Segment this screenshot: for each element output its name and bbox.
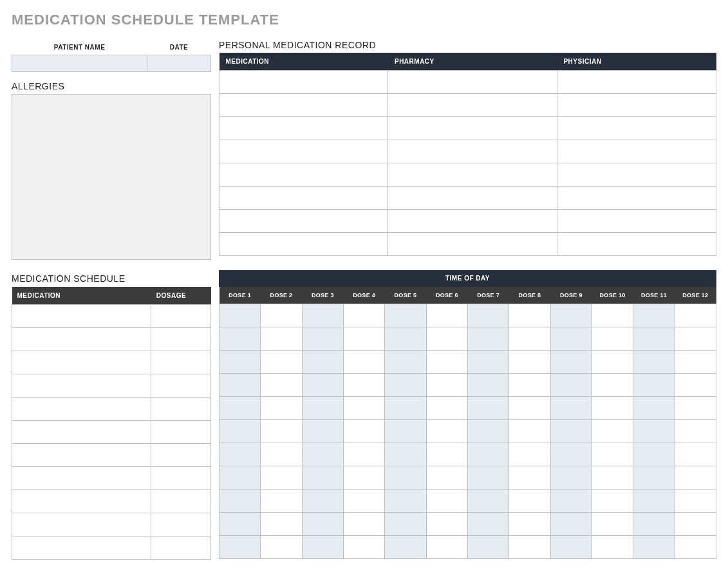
dose-cell[interactable] [343,374,384,397]
dose-cell[interactable] [343,420,384,443]
pmr-cell-physician[interactable] [557,94,716,117]
dose-cell[interactable] [261,420,302,443]
dose-cell[interactable] [385,351,426,374]
dose-cell[interactable] [343,466,384,490]
dose-cell[interactable] [550,443,592,466]
pmr-cell-physician[interactable] [557,187,716,210]
dose-cell[interactable] [509,327,550,351]
dose-cell[interactable] [426,374,467,397]
schedule-cell-dosage[interactable] [151,398,211,421]
schedule-cell-medication[interactable] [12,398,151,421]
pmr-cell-pharmacy[interactable] [388,140,557,163]
patient-name-input[interactable] [12,55,147,72]
dose-cell[interactable] [633,397,675,420]
dose-cell[interactable] [467,513,509,536]
pmr-cell-physician[interactable] [557,233,716,256]
dose-cell[interactable] [592,327,633,351]
pmr-cell-medication[interactable] [219,163,388,187]
schedule-cell-dosage[interactable] [151,467,211,490]
dose-cell[interactable] [467,397,509,420]
schedule-cell-medication[interactable] [12,374,151,398]
schedule-cell-medication[interactable] [12,351,151,374]
schedule-cell-medication[interactable] [12,490,151,513]
dose-cell[interactable] [302,420,343,443]
dose-cell[interactable] [675,327,716,351]
dose-cell[interactable] [592,443,633,466]
allergies-input[interactable] [12,94,211,260]
dose-cell[interactable] [467,443,509,466]
dose-cell[interactable] [509,490,550,513]
dose-cell[interactable] [509,536,550,559]
pmr-cell-medication[interactable] [219,187,388,210]
dose-cell[interactable] [467,490,509,513]
dose-cell[interactable] [509,443,550,466]
dose-cell[interactable] [302,397,343,420]
schedule-cell-medication[interactable] [12,444,151,467]
dose-cell[interactable] [219,397,261,420]
dose-cell[interactable] [426,513,467,536]
dose-cell[interactable] [509,351,550,374]
dose-cell[interactable] [219,327,261,351]
dose-cell[interactable] [675,536,716,559]
dose-cell[interactable] [675,351,716,374]
dose-cell[interactable] [261,351,302,374]
dose-cell[interactable] [592,420,633,443]
pmr-cell-medication[interactable] [219,140,388,163]
dose-cell[interactable] [550,397,592,420]
date-input[interactable] [147,55,211,72]
schedule-cell-dosage[interactable] [151,305,211,328]
dose-cell[interactable] [633,374,675,397]
dose-cell[interactable] [261,304,302,327]
pmr-cell-physician[interactable] [557,210,716,233]
dose-cell[interactable] [592,490,633,513]
dose-cell[interactable] [509,304,550,327]
dose-cell[interactable] [426,420,467,443]
dose-cell[interactable] [261,536,302,559]
dose-cell[interactable] [509,374,550,397]
dose-cell[interactable] [592,304,633,327]
schedule-cell-dosage[interactable] [151,328,211,351]
dose-cell[interactable] [509,420,550,443]
dose-cell[interactable] [385,466,426,490]
pmr-cell-pharmacy[interactable] [388,94,557,117]
dose-cell[interactable] [302,351,343,374]
dose-cell[interactable] [675,420,716,443]
pmr-cell-pharmacy[interactable] [388,71,557,94]
dose-cell[interactable] [426,397,467,420]
dose-cell[interactable] [633,420,675,443]
dose-cell[interactable] [550,327,592,351]
schedule-cell-dosage[interactable] [151,374,211,398]
pmr-cell-medication[interactable] [219,117,388,140]
schedule-cell-medication[interactable] [12,328,151,351]
dose-cell[interactable] [592,351,633,374]
dose-cell[interactable] [426,443,467,466]
dose-cell[interactable] [261,397,302,420]
dose-cell[interactable] [467,466,509,490]
dose-cell[interactable] [261,327,302,351]
pmr-cell-pharmacy[interactable] [388,233,557,256]
pmr-cell-physician[interactable] [557,117,716,140]
dose-cell[interactable] [592,536,633,559]
dose-cell[interactable] [550,351,592,374]
dose-cell[interactable] [426,490,467,513]
dose-cell[interactable] [633,327,675,351]
dose-cell[interactable] [343,443,384,466]
dose-cell[interactable] [219,420,261,443]
dose-cell[interactable] [467,374,509,397]
dose-cell[interactable] [219,536,261,559]
pmr-cell-pharmacy[interactable] [388,117,557,140]
dose-cell[interactable] [633,304,675,327]
schedule-cell-dosage[interactable] [151,351,211,374]
dose-cell[interactable] [261,443,302,466]
dose-cell[interactable] [302,374,343,397]
dose-cell[interactable] [302,466,343,490]
dose-cell[interactable] [302,490,343,513]
dose-cell[interactable] [261,490,302,513]
dose-cell[interactable] [675,466,716,490]
dose-cell[interactable] [592,466,633,490]
dose-cell[interactable] [219,490,261,513]
schedule-cell-medication[interactable] [12,467,151,490]
pmr-cell-medication[interactable] [219,71,388,94]
dose-cell[interactable] [426,466,467,490]
dose-cell[interactable] [302,513,343,536]
